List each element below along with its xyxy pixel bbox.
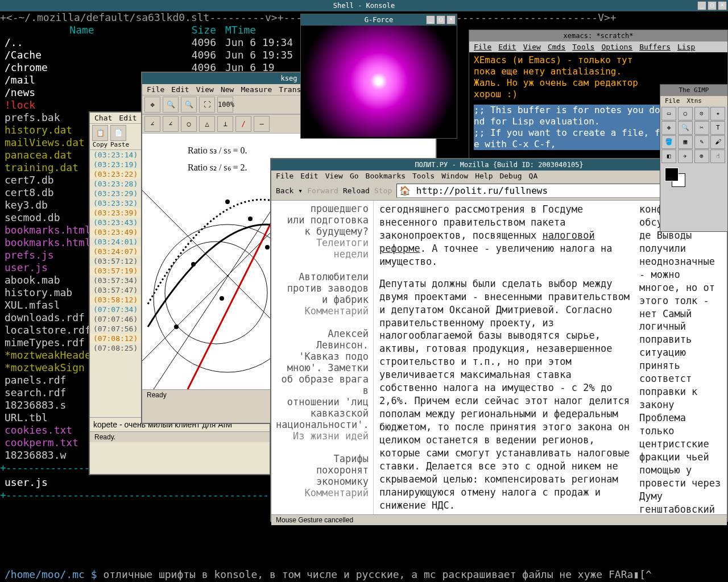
clone-icon[interactable]: ⊕ (694, 149, 709, 163)
sidebar-line[interactable]: к будущему? (276, 226, 369, 237)
sidebar-line[interactable]: Из жизни идей (276, 430, 369, 442)
fg-color[interactable] (665, 168, 679, 181)
close-button[interactable]: × (718, 1, 727, 10)
stop-button: Stop (374, 186, 392, 195)
menu-go[interactable]: Go (350, 172, 359, 180)
fit-icon[interactable]: ⛶ (199, 97, 215, 113)
sidebar-line[interactable]: 'Кавказ подо (276, 351, 369, 362)
menu-chat[interactable]: Chat (94, 114, 112, 122)
menu-view[interactable]: View (196, 85, 214, 94)
menu-file[interactable]: File (147, 85, 164, 94)
zoom-in-icon[interactable]: 🔍 (163, 97, 179, 113)
tool-icon[interactable]: ○ (181, 116, 197, 132)
back-button[interactable]: Back (276, 186, 293, 195)
minimize-button[interactable]: _ (426, 15, 435, 24)
lasso-icon[interactable]: ⊙ (694, 107, 709, 120)
wand-icon[interactable]: ✦ (710, 107, 725, 120)
menu-file[interactable]: File (665, 97, 680, 105)
eraser-icon[interactable]: ◧ (661, 149, 676, 163)
tool-icon[interactable]: ∠ (144, 116, 160, 132)
rect-select-icon[interactable]: ▭ (661, 107, 676, 120)
ellipse-select-icon[interactable]: ○ (678, 107, 693, 120)
menu-lisp[interactable]: Lisp (677, 43, 695, 51)
sidebar-line[interactable]: Левинсон. (276, 339, 369, 351)
percent-icon[interactable]: 100% (217, 97, 233, 113)
menu-help[interactable]: Help (475, 172, 493, 180)
tool-icon[interactable]: ⟂ (217, 116, 233, 132)
bucket-icon[interactable]: 🪣 (661, 135, 676, 149)
gimp-color-swatch[interactable] (663, 167, 725, 189)
text-icon[interactable]: T (710, 121, 725, 135)
pencil-icon[interactable]: ✎ (694, 135, 709, 149)
menu-view[interactable]: View (523, 43, 541, 51)
menu-edit[interactable]: Edit (171, 85, 189, 94)
menu-edit[interactable]: Edit (119, 114, 136, 122)
tool-icon[interactable]: △ (199, 116, 215, 132)
paste-icon[interactable]: 📄 (110, 125, 126, 141)
menu-bookmarks[interactable]: Bookmarks (366, 172, 406, 180)
sidebar-line[interactable]: прошедшего (276, 203, 369, 214)
sidebar-line[interactable]: отношении 'лиц (276, 396, 369, 408)
maximize-button[interactable]: ▢ (708, 1, 717, 10)
sidebar-line[interactable]: или подготовка (276, 214, 369, 226)
gforce-titlebar[interactable]: G-Force _▢× (301, 14, 457, 26)
gradient-icon[interactable]: ▦ (678, 135, 693, 149)
tool-icon[interactable]: / (235, 116, 251, 132)
menu-buffers[interactable]: Buffers (639, 43, 671, 51)
menu-edit[interactable]: Edit (300, 172, 318, 180)
menu-new[interactable]: New (221, 85, 234, 94)
move-icon[interactable]: ✥ (661, 121, 676, 135)
menu-window[interactable]: Window (441, 172, 468, 180)
menu-view[interactable]: View (325, 172, 343, 180)
menu-xtns[interactable]: Xtns (687, 97, 702, 105)
sidebar-line[interactable]: экономику (276, 476, 369, 487)
sidebar-line[interactable]: Комментарий (276, 305, 369, 317)
sidebar-line[interactable]: похоронят (276, 464, 369, 476)
brush-icon[interactable]: 🖌 (710, 135, 725, 149)
sidebar-line[interactable]: об образе врага в (276, 373, 369, 396)
minimize-button[interactable]: _ (697, 1, 706, 10)
svg-point-6 (225, 199, 230, 204)
maximize-button[interactable]: ▢ (436, 15, 445, 24)
crop-icon[interactable]: ✂ (694, 121, 709, 135)
tool-icon[interactable]: ∠ (163, 116, 179, 132)
menu-tools[interactable]: Tools (572, 43, 594, 51)
menu-file[interactable]: File (276, 172, 293, 180)
close-button[interactable]: × (446, 15, 456, 24)
sidebar-line[interactable]: Телеитоги (276, 237, 369, 248)
airbrush-icon[interactable]: ✈ (678, 149, 693, 163)
sidebar-line[interactable]: Автолюбители (276, 271, 369, 282)
sidebar-line[interactable] (276, 260, 369, 271)
shell-prompt-line[interactable]: /home/moo/.mc $ отличные шрифты в konsol… (0, 567, 728, 582)
reload-button[interactable]: Reload (343, 186, 370, 195)
menu-debug[interactable]: Debug (499, 172, 522, 180)
sidebar-line[interactable]: недели (276, 248, 369, 260)
sidebar-line[interactable]: национальности'. (276, 419, 369, 430)
zoom-out-icon[interactable]: 🔍 (181, 97, 197, 113)
sidebar-line[interactable]: Комментарий (276, 487, 369, 498)
sidebar-line[interactable]: Тарифы (276, 453, 369, 464)
menu-tools[interactable]: Tools (412, 172, 435, 180)
copy-icon[interactable]: 📋 (92, 125, 108, 141)
move-icon[interactable]: ✥ (144, 97, 160, 113)
sidebar-line[interactable] (276, 317, 369, 328)
menu-qa[interactable]: QA (529, 172, 538, 180)
menu-edit[interactable]: Edit (498, 43, 516, 51)
mozilla-titlebar[interactable]: ПОЛИТ.РУ - Mozilla {Build ID: 2003040105… (271, 159, 727, 171)
smudge-icon[interactable]: ☝ (710, 149, 725, 163)
sidebar-line[interactable]: мною'. Заметки (276, 362, 369, 373)
menu-options[interactable]: Options (601, 43, 632, 51)
sidebar-line[interactable]: Алексей (276, 328, 369, 339)
sidebar-line[interactable]: кавказской (276, 408, 369, 419)
zoom-icon[interactable]: 🔍 (678, 121, 693, 135)
sidebar-line[interactable]: против заводов (276, 282, 369, 294)
menu-file[interactable]: File (474, 43, 491, 51)
menu-measure[interactable]: Measure (241, 85, 272, 94)
sidebar-line[interactable] (276, 442, 369, 453)
dropdown-icon[interactable]: ▾ (298, 186, 303, 195)
xemacs-titlebar[interactable]: xemacs: *scratch* (469, 30, 727, 41)
menu-cmds[interactable]: Cmds (548, 43, 565, 51)
tool-icon[interactable]: — (254, 116, 270, 132)
gimp-titlebar[interactable]: The GIMP (660, 85, 727, 96)
sidebar-line[interactable]: и фабрик (276, 294, 369, 305)
